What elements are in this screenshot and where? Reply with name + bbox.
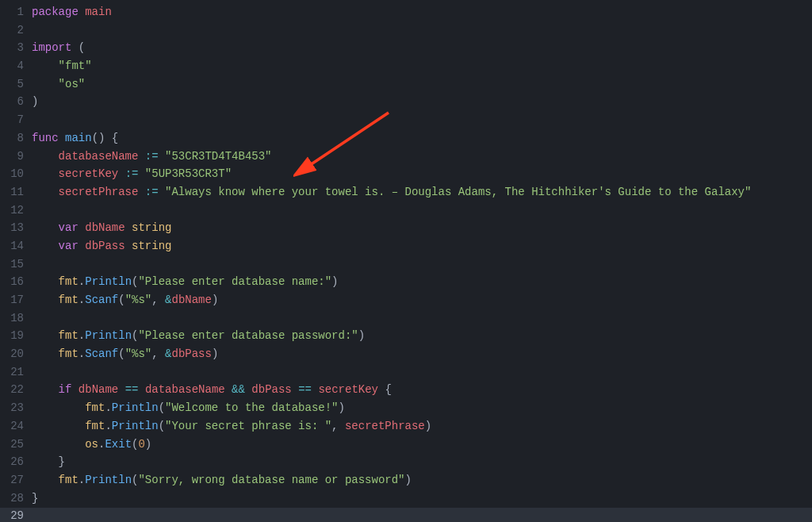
token-pkg: fmt (59, 329, 79, 342)
token-ident: dbPass (251, 383, 291, 396)
token-punct (32, 383, 59, 396)
line-number: 5 (0, 75, 24, 94)
token-ident: dbPass (85, 240, 124, 252)
token-func: Println (85, 329, 132, 342)
token-punct (32, 221, 59, 234)
code-line[interactable] (32, 21, 812, 40)
code-line[interactable]: "os" (32, 75, 812, 94)
line-number: 21 (0, 363, 24, 382)
token-kw: var (59, 221, 79, 234)
line-number: 20 (0, 345, 24, 363)
token-ident: secretPhrase (59, 186, 139, 198)
token-op: == (125, 383, 139, 396)
token-op: := (145, 150, 159, 163)
code-line[interactable] (32, 255, 812, 274)
line-number: 26 (0, 453, 24, 471)
token-punct: } (32, 455, 65, 468)
code-line[interactable]: fmt.Scanf("%s", &dbPass) (32, 345, 812, 363)
token-punct (118, 167, 124, 180)
line-number: 28 (0, 489, 24, 508)
code-line[interactable]: if dbName == databaseName && dbPass == s… (32, 381, 812, 399)
code-line[interactable]: databaseName := "53CR3TD4T4B453" (32, 148, 812, 166)
line-number: 27 (0, 471, 24, 489)
line-number: 25 (0, 436, 24, 454)
code-line[interactable]: func main() { (32, 129, 812, 148)
token-punct: ) (331, 275, 338, 288)
code-line[interactable]: secretKey := "5UP3R53CR3T" (32, 165, 812, 183)
code-line[interactable]: } (32, 453, 812, 471)
token-punct (32, 59, 59, 72)
token-pkg: fmt (85, 420, 105, 432)
code-line[interactable] (32, 111, 812, 129)
code-line[interactable]: import ( (32, 39, 812, 57)
code-line[interactable] (32, 202, 812, 220)
token-punct (292, 383, 298, 396)
code-line[interactable]: fmt.Println("Please enter database passw… (32, 327, 812, 345)
line-number: 1 (0, 3, 24, 21)
code-line[interactable]: } (32, 489, 812, 508)
token-punct: ) (358, 329, 365, 342)
token-func: Exit (105, 438, 132, 451)
token-str: "%s" (125, 294, 152, 306)
token-str: "Always know where your towel is. – Doug… (165, 186, 751, 198)
token-func: Println (85, 275, 132, 288)
line-number: 10 (0, 165, 24, 183)
token-punct: ) (145, 438, 151, 451)
code-line[interactable] (32, 363, 812, 382)
code-line[interactable]: var dbPass string (32, 237, 812, 255)
code-line[interactable]: ) (32, 93, 812, 111)
token-op: && (232, 383, 245, 396)
token-ident: databaseName (145, 383, 225, 396)
code-line[interactable] (32, 309, 812, 328)
line-number: 12 (0, 202, 24, 220)
token-punct: . (79, 294, 85, 306)
code-line[interactable]: fmt.Println("Sorry, wrong database name … (32, 471, 812, 489)
token-punct (32, 438, 85, 451)
code-line[interactable]: secretPhrase := "Always know where your … (32, 183, 812, 202)
line-number: 2 (0, 21, 24, 40)
token-op: := (145, 186, 159, 198)
token-punct: ) (405, 474, 412, 486)
token-pkg: fmt (59, 474, 79, 486)
token-punct (32, 240, 59, 252)
token-punct (125, 221, 132, 234)
line-number: 3 (0, 39, 24, 57)
token-punct (138, 150, 144, 163)
code-line[interactable]: fmt.Println("Welcome to the database!") (32, 399, 812, 417)
line-number: 6 (0, 93, 24, 111)
token-punct: , (331, 420, 345, 432)
token-typename: string (132, 221, 171, 234)
code-area[interactable]: package main import ( "fmt" "os") func m… (32, 0, 812, 522)
token-punct: { (378, 383, 392, 396)
code-line[interactable]: fmt.Println("Please enter database name:… (32, 273, 812, 291)
line-number: 16 (0, 273, 24, 291)
token-func: Scanf (85, 347, 118, 360)
token-punct (32, 347, 59, 360)
token-punct (225, 383, 232, 396)
line-number: 24 (0, 417, 24, 436)
token-punct: ) (212, 347, 218, 360)
code-line[interactable]: package main (32, 3, 812, 21)
token-ident: dbName (85, 221, 124, 234)
code-line[interactable]: var dbName string (32, 219, 812, 237)
code-line[interactable]: "fmt" (32, 57, 812, 75)
line-number: 18 (0, 309, 24, 328)
code-editor[interactable]: 1234567891011121314151617181920212223242… (0, 0, 812, 522)
line-number: 22 (0, 381, 24, 399)
token-punct: . (79, 347, 85, 360)
token-func: Println (112, 420, 159, 432)
token-punct (32, 150, 59, 163)
token-punct: ( (71, 41, 85, 54)
token-punct: . (79, 275, 85, 288)
token-punct: } (32, 492, 38, 505)
token-kw: var (59, 240, 79, 252)
code-line[interactable]: fmt.Scanf("%s", &dbName) (32, 291, 812, 309)
code-line[interactable]: os.Exit(0) (32, 436, 812, 454)
code-line[interactable] (32, 507, 812, 522)
token-punct (32, 167, 59, 180)
token-op: := (125, 167, 139, 180)
token-punct: . (79, 329, 85, 342)
line-number: 8 (0, 129, 24, 148)
code-line[interactable]: fmt.Println("Your secret phrase is: ", s… (32, 417, 812, 436)
token-punct (32, 186, 59, 198)
